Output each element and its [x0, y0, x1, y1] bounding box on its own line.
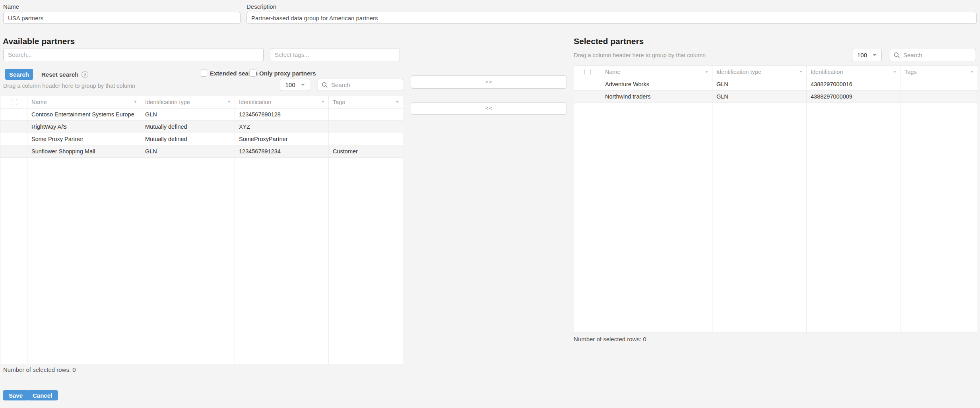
selected-header-checkbox-cell — [574, 66, 601, 78]
table-row[interactable]: RightWay A/S Mutually defined XYZ — [0, 121, 403, 133]
selected-grid-search-input[interactable] — [903, 52, 972, 58]
cell-tags — [329, 133, 403, 145]
selected-selected-rows-count: Number of selected rows: 0 — [574, 336, 646, 342]
selected-page-size-select[interactable]: 100 — [852, 49, 882, 61]
available-group-panel[interactable]: Drag a column header here to group by th… — [3, 83, 135, 89]
selected-grid-search[interactable] — [890, 49, 976, 61]
cell-identification-type: GLN — [712, 91, 807, 102]
cell-tags — [900, 91, 978, 102]
search-button[interactable]: Search — [5, 69, 33, 80]
only-proxy-partners-checkbox[interactable] — [249, 70, 256, 77]
only-proxy-partners-label: Only proxy partners — [259, 70, 316, 77]
filter-icon[interactable] — [891, 70, 896, 75]
chevron-down-icon — [301, 84, 305, 86]
cell-tags: Customer — [329, 145, 403, 157]
name-field-label: Name — [3, 3, 19, 10]
cancel-button[interactable]: Cancel — [27, 390, 58, 400]
cell-identification: SomeProxyPartner — [235, 133, 329, 145]
selected-column-header-tags[interactable]: Tags — [900, 66, 978, 78]
cell-tags — [329, 121, 403, 133]
cell-identification: XYZ — [235, 121, 329, 133]
reset-search-button[interactable]: Reset search ✕ — [41, 71, 88, 78]
cell-name: RightWay A/S — [27, 121, 141, 133]
filter-icon[interactable] — [132, 100, 137, 105]
filter-icon[interactable] — [225, 100, 231, 105]
cell-name: Northwind traders — [601, 91, 712, 102]
reset-search-label: Reset search — [41, 71, 78, 78]
cell-identification-type: Mutually defined — [141, 121, 235, 133]
row-checkbox-cell[interactable] — [574, 91, 601, 102]
cell-tags — [329, 108, 403, 120]
partner-search-input[interactable] — [3, 48, 264, 61]
available-page-size-value: 100 — [285, 81, 295, 88]
selected-grid-header-row: Name Identification type Identification … — [574, 66, 978, 78]
available-selected-rows-count: Number of selected rows: 0 — [3, 366, 76, 373]
filter-icon[interactable] — [319, 100, 324, 105]
cell-name: Contoso Entertainment Systems Europe — [27, 108, 141, 120]
chevron-down-icon — [873, 54, 877, 56]
move-to-available-button[interactable]: << — [411, 102, 567, 115]
available-grid-empty-area — [0, 158, 403, 364]
move-to-selected-button[interactable]: >> — [411, 75, 567, 89]
row-checkbox-cell[interactable] — [574, 78, 601, 90]
filter-icon[interactable] — [797, 70, 802, 75]
filter-icon[interactable] — [394, 100, 399, 105]
cell-name: Sunflower Shopping Mall — [27, 145, 141, 157]
extended-search-checkbox[interactable] — [200, 70, 207, 77]
selected-page-size-value: 100 — [857, 52, 867, 58]
table-row[interactable]: Contoso Entertainment Systems Europe GLN… — [0, 108, 403, 121]
cell-identification: 4388297000009 — [807, 91, 900, 102]
filter-icon[interactable] — [968, 70, 974, 75]
select-all-checkbox[interactable] — [584, 69, 591, 75]
available-column-header-identification-type[interactable]: Identification type — [141, 96, 235, 108]
data-group-editor-page: Name Description Available partners Sear… — [0, 0, 980, 408]
table-row[interactable]: Adventure Works GLN 4388297000016 — [574, 78, 978, 91]
selected-partners-title: Selected partners — [574, 37, 644, 46]
cell-identification-type: GLN — [712, 78, 807, 90]
cell-name: Some Proxy Partner — [27, 133, 141, 145]
row-checkbox-cell[interactable] — [0, 133, 27, 145]
available-column-header-tags[interactable]: Tags — [329, 96, 403, 108]
only-proxy-partners-checkbox-row[interactable]: Only proxy partners — [249, 70, 316, 77]
name-input[interactable] — [3, 12, 241, 24]
selected-partners-grid: Name Identification type Identification … — [574, 66, 978, 333]
description-field-label: Description — [246, 3, 276, 10]
select-all-checkbox[interactable] — [11, 99, 17, 105]
filter-icon[interactable] — [703, 70, 708, 75]
cell-tags — [900, 78, 978, 90]
available-grid-header-row: Name Identification type Identification … — [0, 96, 403, 108]
available-partners-grid: Name Identification type Identification … — [0, 96, 403, 364]
available-partners-title: Available partners — [3, 37, 75, 46]
cell-identification: 4388297000016 — [807, 78, 900, 90]
selected-column-header-identification-type[interactable]: Identification type — [712, 66, 807, 78]
cell-identification-type: Mutually defined — [141, 133, 235, 145]
reset-search-icon: ✕ — [82, 71, 88, 78]
available-column-header-name[interactable]: Name — [27, 96, 141, 108]
available-grid-search-input[interactable] — [331, 81, 399, 88]
cell-identification-type: GLN — [141, 108, 235, 120]
selected-column-header-name[interactable]: Name — [601, 66, 712, 78]
save-button[interactable]: Save — [3, 390, 29, 400]
cell-identification: 1234567891234 — [235, 145, 329, 157]
description-input[interactable] — [246, 12, 977, 24]
search-icon — [322, 82, 328, 88]
available-header-checkbox-cell — [0, 96, 27, 108]
cell-name: Adventure Works — [601, 78, 712, 90]
table-row[interactable]: Northwind traders GLN 4388297000009 — [574, 91, 978, 103]
search-icon — [894, 52, 900, 58]
row-checkbox-cell[interactable] — [0, 121, 27, 133]
available-page-size-select[interactable]: 100 — [280, 79, 310, 91]
selected-group-panel[interactable]: Drag a column header here to group by th… — [574, 52, 706, 58]
selected-column-header-identification[interactable]: Identification — [807, 66, 900, 78]
table-row[interactable]: Some Proxy Partner Mutually defined Some… — [0, 133, 403, 145]
select-tags-input[interactable] — [270, 48, 400, 61]
available-column-header-identification[interactable]: Identification — [235, 96, 329, 108]
table-row[interactable]: Sunflower Shopping Mall GLN 123456789123… — [0, 145, 403, 158]
cell-identification-type: GLN — [141, 145, 235, 157]
available-grid-search[interactable] — [318, 79, 403, 91]
cell-identification: 1234567890128 — [235, 108, 329, 120]
selected-grid-empty-area — [574, 103, 978, 333]
row-checkbox-cell[interactable] — [0, 145, 27, 157]
row-checkbox-cell[interactable] — [0, 108, 27, 120]
